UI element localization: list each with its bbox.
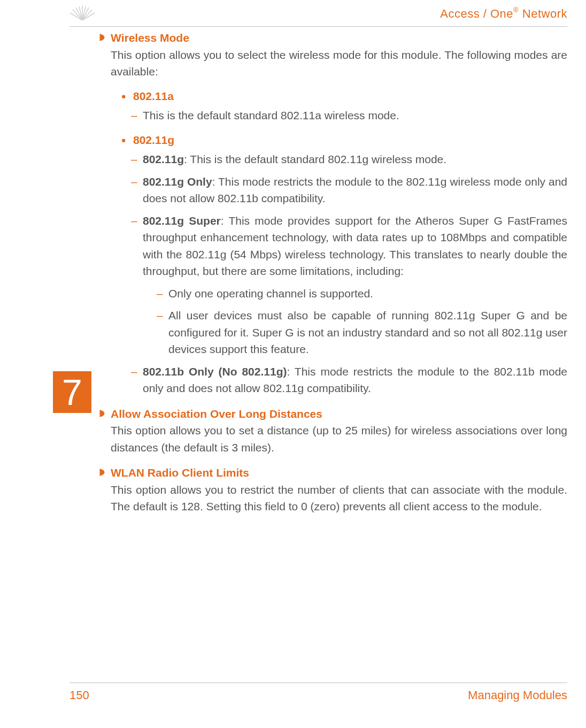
- section-allow-association: Allow Association Over Long Distances Th…: [99, 405, 567, 456]
- header-title-part1: Access / One: [440, 7, 513, 20]
- content-body: Wireless Mode This option allows you to …: [99, 29, 567, 524]
- nested-dash-item: –Only one operating channel is supported…: [168, 285, 567, 302]
- section-title: Allow Association Over Long Distances: [111, 408, 322, 420]
- bullet-d-icon: [99, 29, 105, 44]
- header-title-part2: Network: [519, 7, 567, 20]
- dash-bold: 802.11g: [143, 153, 184, 165]
- dash-icon: –: [157, 307, 163, 324]
- bullet-dot-icon: •: [121, 90, 133, 103]
- dash-item: –802.11g: This is the default standard 8…: [143, 151, 567, 168]
- sub-title: 802.11g: [133, 134, 174, 146]
- section-body: This option allows you to set a distance…: [111, 422, 567, 456]
- bullet-d-icon: [99, 405, 105, 420]
- dash-icon: –: [131, 173, 137, 190]
- sub-item-80211a: •802.11a –This is the default standard 8…: [121, 88, 567, 124]
- section-title: WLAN Radio Client Limits: [111, 466, 249, 479]
- section-wireless-mode: Wireless Mode This option allows you to …: [99, 29, 567, 397]
- bullet-dot-icon: •: [121, 134, 133, 147]
- dash-bold: 802.11g Only: [143, 175, 212, 188]
- dash-item: –802.11b Only (No 802.11g): This mode re…: [143, 363, 567, 397]
- dash-icon: –: [131, 151, 137, 168]
- dash-item: –802.11g Super: This mode provides suppo…: [143, 212, 567, 358]
- section-title: Wireless Mode: [111, 32, 189, 44]
- nested-dash-list: –Only one operating channel is supported…: [157, 285, 567, 358]
- dash-item: –802.11g Only: This mode restricts the m…: [143, 173, 567, 207]
- nested-text: All user devices must also be capable of…: [168, 309, 567, 355]
- header-reg-mark: ®: [513, 6, 519, 14]
- dash-text: This is the default standard 802.11a wir…: [143, 109, 399, 121]
- dash-icon: –: [131, 107, 137, 124]
- dash-icon: –: [131, 212, 137, 229]
- nested-text: Only one operating channel is supported.: [168, 287, 373, 300]
- chapter-number-badge: 7: [53, 371, 91, 413]
- dash-icon: –: [131, 363, 137, 380]
- sub-item-80211g: •802.11g –802.11g: This is the default s…: [121, 132, 567, 397]
- section-wlan-limits: WLAN Radio Client Limits This option all…: [99, 464, 567, 515]
- nested-dash-item: –All user devices must also be capable o…: [168, 307, 567, 358]
- dash-text: : This is the default standard 802.11g w…: [184, 153, 446, 165]
- page-footer: 150 Managing Modules: [70, 683, 567, 702]
- section-body: This option allows you to restrict the n…: [111, 481, 567, 515]
- logo-icon: [70, 4, 95, 24]
- dash-bold: 802.11g Super: [143, 214, 221, 227]
- dash-item: –This is the default standard 802.11a wi…: [143, 107, 567, 124]
- sub-title: 802.11a: [133, 90, 174, 102]
- dash-icon: –: [157, 285, 163, 302]
- header-title: Access / One® Network: [440, 7, 567, 21]
- footer-title: Managing Modules: [468, 688, 567, 702]
- sub-list: •802.11a –This is the default standard 8…: [121, 88, 567, 397]
- section-body: This option allows you to select the wir…: [111, 47, 567, 80]
- dash-bold: 802.11b Only (No 802.11g): [143, 365, 287, 378]
- chapter-number: 7: [62, 374, 82, 410]
- bullet-d-icon: [99, 464, 105, 479]
- page-header: Access / One® Network: [70, 4, 567, 27]
- page-number: 150: [70, 688, 89, 702]
